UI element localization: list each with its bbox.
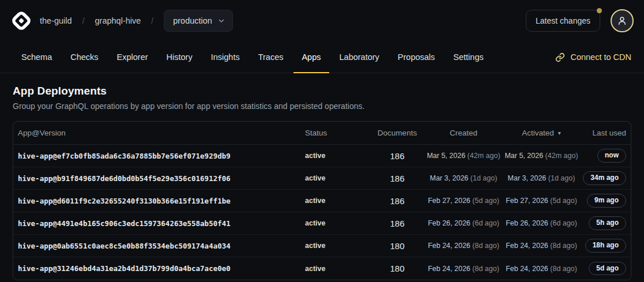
activated-date: Mar 5, 2026 — [504, 152, 543, 160]
documents-cell: 186 — [368, 219, 426, 228]
table-row[interactable]: hive-app@b91f849687de6d0bd0b54f5e29e356c… — [13, 167, 631, 190]
column-header-documents[interactable]: Documents — [368, 129, 426, 137]
table-row[interactable]: hive-app@ef7cb0fb85ada6c36a7885bb7e56ef0… — [13, 145, 631, 167]
last-used-cell: 5h ago — [582, 216, 626, 230]
column-header-activated-label: Activated — [522, 129, 554, 137]
column-header-status[interactable]: Status — [305, 129, 368, 137]
app-version-cell: hive-app@4491e4b165c906c3edc1597364263e5… — [18, 219, 305, 228]
documents-cell: 186 — [368, 196, 426, 206]
created-ago: (8d ago) — [472, 242, 499, 250]
activated-cell: Feb 24, 2026 (8d ago) — [501, 265, 582, 273]
activated-date: Feb 24, 2026 — [506, 265, 548, 273]
column-header-activated[interactable]: Activated ▾ — [501, 129, 582, 137]
created-ago: (42m ago) — [468, 152, 500, 160]
created-cell: Mar 3, 2026 (1d ago) — [426, 174, 501, 182]
tab-traces[interactable]: Traces — [250, 42, 292, 73]
last-used-badge: 34m ago — [583, 171, 626, 185]
tab-label: Apps — [302, 52, 321, 62]
status-cell: active — [305, 242, 368, 250]
documents-cell: 186 — [368, 174, 426, 183]
last-used-cell: now — [582, 149, 626, 162]
created-ago: (5d ago) — [472, 197, 499, 205]
table-body: hive-app@ef7cb0fb85ada6c36a7885bb7e56ef0… — [13, 145, 631, 280]
last-used-badge: 5h ago — [589, 216, 626, 230]
avatar[interactable] — [611, 9, 634, 32]
created-cell: Mar 5, 2026 (42m ago) — [426, 152, 501, 160]
table-row[interactable]: hive-app@4491e4b165c906c3edc1597364263e5… — [13, 212, 631, 235]
table-row[interactable]: hive-app@31246ebd4a31ea2b4d1d37b799d0a4b… — [13, 257, 631, 280]
table-header-row: App@Version Status Documents Created Act… — [13, 122, 631, 145]
tab-label: Settings — [453, 52, 483, 62]
status-cell: active — [305, 152, 368, 160]
last-used-cell: 9m ago — [582, 194, 626, 207]
activated-ago: (5d ago) — [550, 197, 577, 205]
app-version-cell: hive-app@ef7cb0fb85ada6c36a7885bb7e56ef0… — [18, 152, 305, 160]
latest-changes-button[interactable]: Latest changes — [526, 10, 600, 32]
tab-insights[interactable]: Insights — [203, 42, 248, 73]
hive-logo-glyph — [10, 9, 33, 32]
topbar-right: Latest changes — [526, 9, 634, 32]
app-deployments-table: App@Version Status Documents Created Act… — [13, 121, 631, 280]
breadcrumb-project[interactable]: graphql-hive — [95, 16, 141, 25]
column-header-app-version[interactable]: App@Version — [18, 129, 305, 137]
link-icon — [555, 52, 565, 62]
breadcrumb-separator: / — [82, 16, 85, 25]
table-row[interactable]: hive-app@d6011f9c2e32655240f3130b366e15f… — [13, 190, 631, 212]
last-used-cell: 5d ago — [582, 262, 626, 275]
tab-history[interactable]: History — [159, 42, 201, 73]
tab-explorer[interactable]: Explorer — [109, 42, 156, 73]
app-version-cell: hive-app@d6011f9c2e32655240f3130b366e15f… — [18, 197, 305, 205]
created-cell: Feb 27, 2026 (5d ago) — [426, 197, 501, 205]
created-ago: (6d ago) — [472, 219, 499, 227]
user-icon — [617, 16, 627, 26]
activated-cell: Feb 27, 2026 (5d ago) — [501, 197, 582, 205]
connect-to-cdn-link[interactable]: Connect to CDN — [555, 42, 631, 73]
created-ago: (1d ago) — [470, 174, 498, 182]
documents-cell: 180 — [368, 264, 426, 273]
created-date: Feb 24, 2026 — [428, 242, 470, 250]
tab-label: Insights — [211, 52, 240, 62]
activated-cell: Mar 3, 2026 (1d ago) — [501, 174, 582, 182]
tab-label: Schema — [21, 52, 52, 62]
hive-logo-icon[interactable] — [10, 9, 33, 32]
breadcrumb: the-guild / graphql-hive / production — [40, 10, 233, 32]
app-version-cell: hive-app@b91f849687de6d0bd0b54f5e29e356c… — [18, 174, 305, 183]
tab-checks[interactable]: Checks — [62, 42, 106, 73]
tab-label: Laboratory — [340, 52, 379, 62]
tab-label: Traces — [258, 52, 284, 62]
topbar-left: the-guild / graphql-hive / production — [10, 9, 233, 32]
created-cell: Feb 24, 2026 (8d ago) — [426, 265, 501, 273]
tab-schema[interactable]: Schema — [13, 42, 60, 73]
breadcrumb-org[interactable]: the-guild — [40, 16, 72, 25]
activated-ago: (1d ago) — [548, 174, 575, 182]
activated-ago: (8d ago) — [550, 265, 577, 273]
target-selector-value: production — [173, 16, 212, 25]
latest-changes-label: Latest changes — [536, 16, 590, 25]
status-cell: active — [305, 265, 368, 273]
chevron-down-icon — [218, 17, 225, 24]
created-ago: (8d ago) — [472, 265, 499, 273]
created-date: Mar 3, 2026 — [430, 174, 469, 182]
column-header-created[interactable]: Created — [426, 129, 501, 137]
last-used-cell: 18h ago — [582, 239, 626, 252]
tab-apps[interactable]: Apps — [293, 42, 329, 73]
created-date: Feb 24, 2026 — [428, 265, 470, 273]
tab-label: History — [167, 52, 193, 62]
tab-settings[interactable]: Settings — [445, 42, 491, 73]
column-header-last-used[interactable]: Last used — [582, 129, 626, 137]
sort-desc-icon: ▾ — [558, 130, 561, 136]
last-used-badge: 9m ago — [587, 194, 626, 207]
app-version-cell: hive-app@31246ebd4a31ea2b4d1d37b799d0a4b… — [18, 264, 305, 273]
breadcrumb-separator: / — [151, 16, 153, 25]
notification-dot — [597, 8, 602, 13]
table-row[interactable]: hive-app@0ab6551c0aec8c5e0b88f3534ebc509… — [13, 235, 631, 257]
tab-laboratory[interactable]: Laboratory — [332, 42, 387, 73]
target-selector[interactable]: production — [164, 10, 233, 32]
tab-proposals[interactable]: Proposals — [390, 42, 443, 73]
activated-date: Feb 27, 2026 — [506, 197, 548, 205]
activated-date: Feb 26, 2026 — [506, 219, 548, 227]
top-bar: the-guild / graphql-hive / production La… — [0, 0, 644, 42]
tab-label: Checks — [70, 52, 98, 62]
last-used-badge: 5d ago — [589, 262, 626, 275]
main-content: App Deployments Group your GraphQL opera… — [0, 73, 644, 280]
